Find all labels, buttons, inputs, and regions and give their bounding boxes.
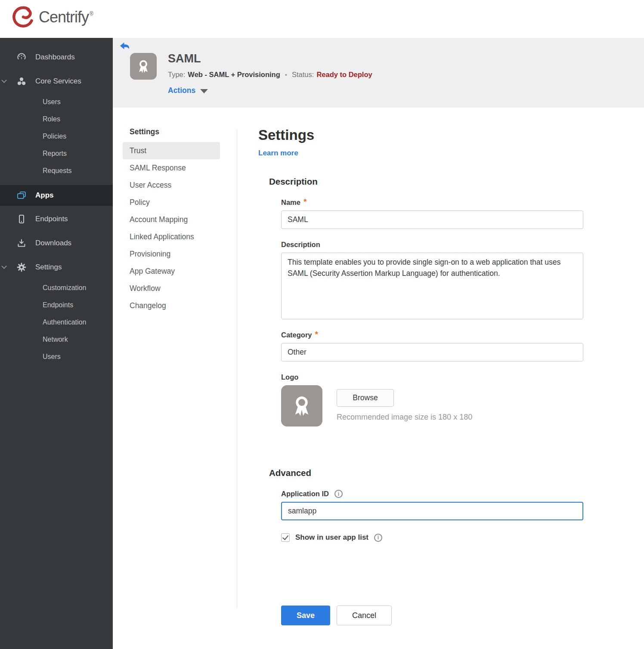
sidebar-item-label: Endpoints (35, 215, 68, 223)
content-area: Settings Trust SAML Response User Access… (113, 108, 644, 649)
core-services-sublist: Users Roles Policies Reports Requests (0, 93, 113, 179)
page-title: SAML (168, 52, 201, 65)
centrify-swirl-icon (12, 6, 34, 28)
app-subnav: Settings Trust SAML Response User Access… (123, 127, 220, 314)
show-in-app-list-checkbox[interactable] (281, 533, 290, 542)
cancel-button[interactable]: Cancel (337, 606, 392, 625)
gauge-icon (16, 52, 27, 62)
chevron-down-icon (1, 263, 7, 269)
settings-sublist: Customization Endpoints Authentication N… (0, 279, 113, 365)
info-icon[interactable]: i (374, 534, 382, 542)
sidebar: Dashboards Core Services Users Roles Pol… (0, 38, 113, 649)
browse-column: Browse Recommended image size is 180 x 1… (337, 385, 472, 426)
logo-preview (281, 385, 322, 426)
sidebar-item-core-services[interactable]: Core Services (0, 72, 113, 91)
logo-label: Logo (281, 373, 298, 381)
sidebar-item-users-settings[interactable]: Users (0, 348, 113, 365)
learn-more-link[interactable]: Learn more (258, 149, 298, 158)
actions-dropdown[interactable]: Actions (168, 86, 208, 95)
subnav-item-workflow[interactable]: Workflow (123, 280, 220, 297)
subnav-item-trust[interactable]: Trust (123, 142, 220, 159)
category-label: Category (281, 331, 312, 339)
status-label: Status: (292, 71, 314, 79)
sidebar-item-label: Downloads (35, 239, 71, 247)
application-id-field[interactable] (281, 502, 583, 520)
top-bar: Centrify ® (0, 0, 644, 38)
panel-title: Settings (258, 127, 590, 143)
description-field[interactable]: This template enables you to provide sin… (281, 253, 583, 319)
app-meta: Type: Web - SAML + Provisioning • Status… (168, 71, 372, 79)
sidebar-item-apps[interactable]: Apps (0, 185, 113, 206)
actions-label: Actions (168, 86, 195, 95)
sidebar-item-label: Settings (35, 263, 62, 272)
name-label-row: Name * (281, 198, 590, 207)
description-section-heading: Description (269, 176, 590, 187)
logo-size-hint: Recommended image size is 180 x 180 (337, 413, 472, 422)
vertical-divider (237, 130, 237, 608)
type-value: Web - SAML + Provisioning (188, 71, 280, 79)
sidebar-item-label: Core Services (35, 77, 81, 86)
show-in-app-list-row: Show in user app list i (281, 533, 590, 542)
trefoil-icon (16, 76, 27, 87)
ribbon-badge-icon (289, 393, 314, 418)
sidebar-item-policies[interactable]: Policies (0, 128, 113, 145)
save-button[interactable]: Save (281, 606, 330, 625)
sidebar-item-users[interactable]: Users (0, 93, 113, 111)
ribbon-badge-icon (135, 58, 152, 74)
sidebar-item-requests[interactable]: Requests (0, 162, 113, 179)
sidebar-item-endpoints[interactable]: Endpoints (0, 210, 113, 229)
browse-button[interactable]: Browse (337, 389, 394, 407)
category-field[interactable] (281, 343, 583, 362)
sidebar-item-customization[interactable]: Customization (0, 279, 113, 297)
subnav-item-user-access[interactable]: User Access (123, 176, 220, 194)
show-in-app-list-label: Show in user app list (295, 533, 368, 542)
sidebar-item-network[interactable]: Network (0, 331, 113, 348)
category-label-row: Category * (281, 331, 590, 339)
sidebar-item-dashboards[interactable]: Dashboards (0, 48, 113, 67)
application-id-label-row: Application ID i (281, 490, 590, 498)
app-header: SAML Type: Web - SAML + Provisioning • S… (113, 38, 644, 108)
form-actions: Save Cancel (281, 606, 590, 625)
subnav-item-provisioning[interactable]: Provisioning (123, 245, 220, 263)
name-field[interactable] (281, 210, 583, 229)
logo-row: Browse Recommended image size is 180 x 1… (281, 385, 590, 426)
brand-name: Centrify (39, 8, 89, 26)
subnav-item-account-mapping[interactable]: Account Mapping (123, 211, 220, 228)
mobile-phone-icon (16, 214, 27, 224)
settings-panel: Settings Learn more Description Name * D… (258, 108, 590, 625)
download-icon (16, 238, 27, 248)
sidebar-item-reports[interactable]: Reports (0, 145, 113, 162)
caret-down-icon (200, 89, 208, 93)
subnav-item-changelog[interactable]: Changelog (123, 297, 220, 314)
description-fields: Name * Description This template enables… (281, 198, 590, 426)
description-label-row: Description (281, 241, 590, 249)
subnav-item-policy[interactable]: Policy (123, 194, 220, 211)
subnav-item-app-gateway[interactable]: App Gateway (123, 263, 220, 280)
logo-label-row: Logo (281, 373, 590, 381)
description-label: Description (281, 241, 320, 249)
type-label: Type: (168, 71, 185, 79)
sidebar-item-label: Dashboards (35, 53, 75, 62)
name-label: Name (281, 198, 300, 207)
sidebar-item-roles[interactable]: Roles (0, 111, 113, 128)
app-logo-badge (130, 53, 157, 80)
required-asterisk: * (303, 198, 307, 205)
brand-trademark: ® (90, 11, 93, 17)
bullet-separator: • (285, 71, 287, 78)
advanced-fields: Application ID i Show in user app list i… (281, 490, 590, 625)
advanced-section-heading: Advanced (269, 468, 590, 478)
info-icon[interactable]: i (334, 490, 343, 498)
subnav-item-saml-response[interactable]: SAML Response (123, 159, 220, 176)
gear-icon (16, 262, 27, 272)
subnav-item-linked-applications[interactable]: Linked Applications (123, 228, 220, 245)
subnav-section-label: Settings (123, 127, 220, 142)
required-asterisk: * (315, 331, 318, 337)
sidebar-item-authentication[interactable]: Authentication (0, 314, 113, 331)
brand: Centrify ® (12, 6, 93, 28)
back-arrow-icon[interactable] (120, 42, 130, 51)
sidebar-item-endpoints-settings[interactable]: Endpoints (0, 297, 113, 314)
sidebar-item-downloads[interactable]: Downloads (0, 234, 113, 253)
status-badge: Ready to Deploy (316, 71, 372, 79)
sidebar-item-settings[interactable]: Settings (0, 258, 113, 277)
chevron-down-icon (1, 77, 7, 83)
